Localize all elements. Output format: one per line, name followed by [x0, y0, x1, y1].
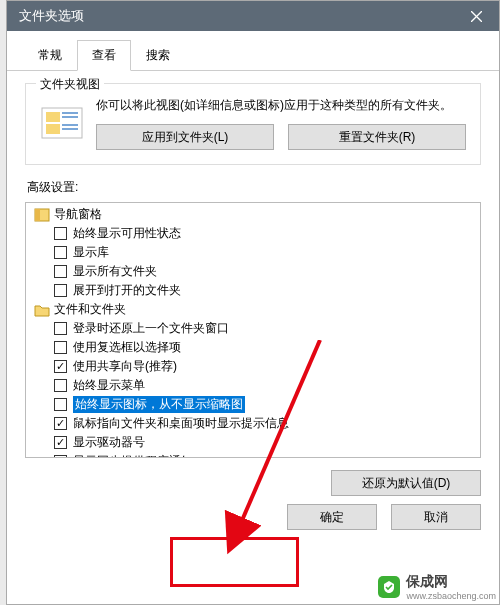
folder-view-icon	[40, 102, 84, 142]
watermark-url: www.zsbaocheng.com	[406, 591, 496, 601]
checkbox-icon[interactable]	[54, 246, 67, 259]
tree-option[interactable]: 始终显示可用性状态	[26, 224, 480, 243]
advanced-label: 高级设置:	[27, 179, 481, 196]
tab-search[interactable]: 搜索	[131, 40, 185, 71]
svg-rect-8	[62, 128, 78, 130]
watermark-site: 保成网	[406, 573, 496, 591]
tree-option[interactable]: 显示所有文件夹	[26, 262, 480, 281]
folder-view-group: 文件夹视图 你可以将此视图(如详细信息或图标)应用于这种类型的所有文件夹。 应用…	[25, 83, 481, 165]
checkbox-icon[interactable]	[54, 322, 67, 335]
watermark: 保成网 www.zsbaocheng.com	[378, 573, 496, 601]
svg-rect-4	[46, 124, 60, 134]
restore-defaults-button[interactable]: 还原为默认值(D)	[331, 470, 481, 496]
tree-category-nav: 导航窗格	[26, 205, 480, 224]
tree-option[interactable]: 展开到打开的文件夹	[26, 281, 480, 300]
tab-row: 常规 查看 搜索	[7, 31, 499, 71]
svg-rect-10	[35, 209, 40, 221]
title: 文件夹选项	[19, 7, 453, 25]
dialog-window: 文件夹选项 常规 查看 搜索 文件夹视图 你可以	[6, 0, 500, 605]
group-desc: 你可以将此视图(如详细信息或图标)应用于这种类型的所有文件夹。	[96, 96, 466, 114]
advanced-settings-tree[interactable]: 导航窗格 始终显示可用性状态 显示库 显示所有文件夹 展开到打开的文件夹 文件和…	[25, 202, 481, 458]
checkbox-icon[interactable]	[54, 398, 67, 411]
tab-general[interactable]: 常规	[23, 40, 77, 71]
watermark-logo-icon	[378, 576, 400, 598]
tab-view[interactable]: 查看	[77, 40, 131, 71]
checkbox-icon[interactable]	[54, 265, 67, 278]
group-label: 文件夹视图	[36, 76, 104, 93]
tree-option[interactable]: 使用共享向导(推荐)	[26, 357, 480, 376]
content: 文件夹视图 你可以将此视图(如详细信息或图标)应用于这种类型的所有文件夹。 应用…	[7, 71, 499, 604]
checkbox-icon[interactable]	[54, 284, 67, 297]
tree-option[interactable]: 显示库	[26, 243, 480, 262]
tree-option[interactable]: 鼠标指向文件夹和桌面项时显示提示信息	[26, 414, 480, 433]
svg-rect-3	[46, 112, 60, 122]
checkbox-icon[interactable]	[54, 417, 67, 430]
files-folders-icon	[34, 302, 50, 318]
checkbox-icon[interactable]	[54, 436, 67, 449]
tree-option-selected[interactable]: 始终显示图标，从不显示缩略图	[26, 395, 480, 414]
cancel-button[interactable]: 取消	[391, 504, 481, 530]
tree-category-files: 文件和文件夹	[26, 300, 480, 319]
checkbox-icon[interactable]	[54, 360, 67, 373]
footer-buttons: 确定 取消	[25, 496, 481, 540]
tree-option[interactable]: 始终显示菜单	[26, 376, 480, 395]
titlebar: 文件夹选项	[7, 1, 499, 31]
tree-option[interactable]: 使用复选框以选择项	[26, 338, 480, 357]
checkbox-icon[interactable]	[54, 379, 67, 392]
reset-folders-button[interactable]: 重置文件夹(R)	[288, 124, 466, 150]
tree-option[interactable]: 显示同步提供程序通知	[26, 452, 480, 458]
checkbox-icon[interactable]	[54, 455, 67, 458]
ok-button[interactable]: 确定	[287, 504, 377, 530]
nav-pane-icon	[34, 207, 50, 223]
checkbox-icon[interactable]	[54, 341, 67, 354]
close-icon	[471, 11, 482, 22]
svg-rect-7	[62, 124, 78, 126]
checkbox-icon[interactable]	[54, 227, 67, 240]
svg-rect-5	[62, 112, 78, 114]
apply-to-folders-button[interactable]: 应用到文件夹(L)	[96, 124, 274, 150]
tree-option[interactable]: 登录时还原上一个文件夹窗口	[26, 319, 480, 338]
svg-rect-6	[62, 116, 78, 118]
close-button[interactable]	[453, 1, 499, 31]
tree-option[interactable]: 显示驱动器号	[26, 433, 480, 452]
